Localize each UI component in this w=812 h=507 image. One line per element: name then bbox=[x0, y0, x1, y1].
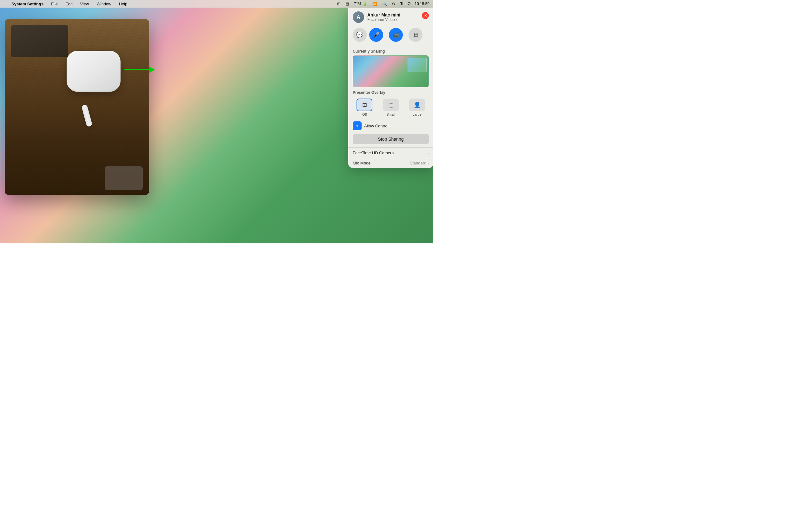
camera-chevron: › bbox=[427, 151, 429, 155]
apple-menu[interactable] bbox=[3, 3, 5, 4]
menu-file[interactable]: File bbox=[50, 1, 59, 7]
mic-mode-label: Mic Mode bbox=[353, 161, 410, 165]
menu-view[interactable]: View bbox=[79, 1, 90, 7]
laptop-hint bbox=[11, 25, 68, 57]
caller-info: Ankur Mac mini FaceTime Video › bbox=[367, 12, 429, 22]
call-type-label: FaceTime Video bbox=[367, 17, 395, 22]
clock-display[interactable]: Tue Oct 10 15:59 bbox=[399, 1, 431, 7]
allow-control-row[interactable]: ⌖ Allow Control bbox=[348, 119, 433, 133]
control-center-icon[interactable]: ⊙ bbox=[391, 1, 397, 7]
photo-content bbox=[5, 19, 149, 195]
call-type-arrow: › bbox=[396, 17, 397, 22]
facetime-panel: A Ankur Mac mini FaceTime Video › ✕ 💬 🎤 … bbox=[348, 8, 433, 168]
menu-window[interactable]: Window bbox=[95, 1, 112, 7]
mic-mode-value: Standard bbox=[410, 161, 426, 165]
currently-sharing-label: Currently Sharing bbox=[348, 46, 433, 55]
camera-thumbnail bbox=[105, 166, 143, 190]
overlay-small-label: Small bbox=[386, 112, 395, 116]
stop-sharing-label: Stop Sharing bbox=[378, 136, 404, 142]
mic-icon: 🎤 bbox=[373, 32, 380, 38]
wifi-icon[interactable]: 📶 bbox=[371, 1, 378, 7]
avatar: A bbox=[353, 11, 364, 23]
allow-control-label: Allow Control bbox=[364, 124, 389, 128]
video-dropdown-chevron[interactable]: ⌄ bbox=[403, 36, 406, 39]
overlay-off-label: Off bbox=[362, 112, 367, 116]
menubar-right: ⊞ ▤ 71% 🔋 📶 🔍 ⊙ Tue Oct 10 15:59 bbox=[336, 1, 431, 7]
cursor-icon: ⌖ bbox=[356, 123, 358, 129]
photo-window bbox=[5, 19, 149, 195]
control-buttons-row: 💬 🎤 ⌄ 📹 ⌄ 🖥 bbox=[348, 26, 433, 46]
close-icon: ✕ bbox=[424, 14, 427, 18]
airpods-container bbox=[67, 51, 130, 108]
arrow-line bbox=[124, 69, 149, 70]
menubar-left: System Settings File Edit View Window He… bbox=[3, 1, 129, 7]
menu-edit[interactable]: Edit bbox=[64, 1, 73, 7]
airpods-case bbox=[67, 51, 120, 92]
screen-preview bbox=[353, 55, 429, 87]
mic-dropdown-chevron[interactable]: ⌄ bbox=[384, 36, 386, 39]
video-icon: 📹 bbox=[392, 32, 399, 38]
overlay-small-symbol: ⬚ bbox=[388, 101, 394, 108]
overlay-small-icon: ⬚ bbox=[383, 99, 399, 111]
app-name[interactable]: System Settings bbox=[10, 1, 45, 7]
mute-button[interactable]: 🎤 bbox=[369, 28, 383, 42]
mini-desktop-preview bbox=[408, 58, 426, 72]
mic-settings-row[interactable]: Mic Mode Standard › bbox=[348, 158, 433, 168]
menubar: System Settings File Edit View Window He… bbox=[0, 0, 433, 8]
presenter-overlay-label: Presenter Overlay bbox=[348, 87, 433, 97]
screen-share-icon: 🖥 bbox=[413, 32, 418, 38]
menu-help[interactable]: Help bbox=[118, 1, 129, 7]
overlay-off-button[interactable]: ⊡ Off bbox=[353, 99, 376, 116]
overlay-large-label: Large bbox=[413, 112, 421, 116]
overlay-off-symbol: ⊡ bbox=[362, 101, 367, 108]
mic-mode-chevron: › bbox=[427, 161, 429, 165]
chat-icon: 💬 bbox=[356, 32, 363, 38]
overlay-large-button[interactable]: 👤 Large bbox=[405, 99, 429, 116]
avatar-letter: A bbox=[357, 14, 360, 20]
screen-share-icon[interactable]: ⊞ bbox=[336, 1, 342, 7]
close-button[interactable]: ✕ bbox=[422, 12, 429, 19]
camera-settings-row[interactable]: FaceTime HD Camera › bbox=[348, 148, 433, 158]
sidebar-icon[interactable]: ▤ bbox=[344, 1, 350, 7]
panel-header: A Ankur Mac mini FaceTime Video › ✕ bbox=[348, 8, 433, 26]
screen-preview-inner bbox=[353, 56, 428, 87]
video-button[interactable]: 📹 bbox=[389, 28, 403, 42]
mini-preview-content bbox=[408, 58, 426, 72]
caller-name: Ankur Mac mini bbox=[367, 12, 429, 18]
screen-share-button[interactable]: 🖥 bbox=[409, 28, 422, 42]
overlay-off-icon: ⊡ bbox=[357, 99, 372, 111]
overlay-large-icon: 👤 bbox=[409, 99, 425, 111]
battery-icon: 71% 🔋 bbox=[353, 1, 368, 7]
camera-label: FaceTime HD Camera bbox=[353, 151, 426, 155]
overlay-small-button[interactable]: ⬚ Small bbox=[379, 99, 403, 116]
overlay-large-symbol: 👤 bbox=[414, 101, 420, 108]
chat-button[interactable]: 💬 bbox=[353, 28, 367, 42]
call-type: FaceTime Video › bbox=[367, 17, 429, 22]
overlay-buttons: ⊡ Off ⬚ Small 👤 Large bbox=[348, 97, 433, 119]
allow-control-icon: ⌖ bbox=[353, 121, 362, 130]
arrow-head bbox=[149, 66, 155, 73]
stop-sharing-button[interactable]: Stop Sharing bbox=[353, 134, 429, 144]
search-icon[interactable]: 🔍 bbox=[381, 1, 388, 7]
battery-percent: 71% bbox=[354, 2, 362, 6]
green-arrow-indicator bbox=[124, 66, 155, 73]
